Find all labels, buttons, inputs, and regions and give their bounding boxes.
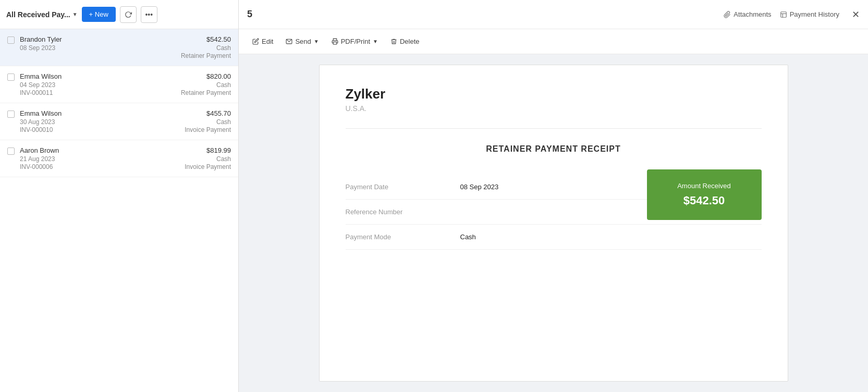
item-name: Emma Wilson [20,109,179,117]
payment-mode-label: Payment Mode [346,233,460,241]
refresh-icon [125,11,132,18]
new-button[interactable]: + New [82,7,116,22]
item-date: 30 Aug 2023 [20,118,179,126]
item-mode: Cash [185,118,231,126]
document-area: Zylker U.S.A. RETAINER PAYMENT RECEIPT A… [239,54,868,392]
payment-mode-row: Payment Mode Cash [346,225,762,250]
record-number: 5 [247,9,724,20]
item-mode: Cash [181,44,231,52]
send-chevron-icon: ▼ [314,39,319,44]
item-content: Aaron Brown 21 Aug 2023 INV-000006 [20,146,179,170]
pdf-print-button[interactable]: PDF/Print ▼ [326,34,383,48]
item-type: Invoice Payment [185,163,231,170]
delete-label: Delete [400,38,420,45]
item-checkbox[interactable] [7,111,15,118]
item-name: Brandon Tyler [20,35,176,43]
item-amount: $542.50 [181,35,231,43]
print-icon [332,38,338,45]
item-content: Emma Wilson 04 Sep 2023 INV-000011 [20,72,176,96]
item-name: Aaron Brown [20,146,179,154]
fields-section: Amount Received $542.50 Payment Date 08 … [346,175,762,250]
history-icon [780,11,787,18]
paperclip-icon [724,11,731,18]
chevron-down-icon: ▼ [72,11,78,17]
svg-rect-4 [333,42,337,44]
item-checkbox[interactable] [7,148,15,155]
list-item[interactable]: Emma Wilson 04 Sep 2023 INV-000011 $820.… [0,66,238,103]
left-panel: All Received Pay... ▼ + New ••• Brandon … [0,0,239,392]
amount-box-value: $542.50 [657,194,751,207]
list-item[interactable]: Emma Wilson 30 Aug 2023 INV-000010 $455.… [0,103,238,140]
attachments-label: Attachments [733,10,771,18]
item-date: 08 Sep 2023 [20,44,176,52]
item-type: Retainer Payment [181,89,231,96]
svg-rect-0 [780,11,786,17]
edit-icon [252,38,259,45]
item-amount: $820.00 [181,72,231,80]
item-ref: INV-000006 [20,163,179,170]
item-right: $820.00 Cash Retainer Payment [181,72,231,96]
payment-date-label: Payment Date [346,183,460,191]
doc-divider [346,128,762,129]
payment-history-button[interactable]: Payment History [780,10,839,18]
item-type: Invoice Payment [185,126,231,133]
payment-history-label: Payment History [790,10,839,18]
item-amount: $819.99 [185,146,231,154]
item-checkbox[interactable] [7,74,15,81]
delete-button[interactable]: Delete [385,34,425,48]
item-content: Emma Wilson 30 Aug 2023 INV-000010 [20,109,179,133]
header-actions: Attachments Payment History ✕ [724,9,860,20]
view-dropdown-label: All Received Pay... [6,10,70,19]
list-item[interactable]: Aaron Brown 21 Aug 2023 INV-000006 $819.… [0,140,238,177]
more-options-button[interactable]: ••• [141,6,157,23]
attachments-button[interactable]: Attachments [724,10,771,18]
item-content: Brandon Tyler 08 Sep 2023 [20,35,176,52]
payment-mode-value: Cash [460,233,762,241]
refresh-button[interactable] [120,6,137,23]
trash-icon [390,38,397,45]
right-header: 5 Attachments Payment History ✕ [239,0,868,29]
payments-list: Brandon Tyler 08 Sep 2023 $542.50 Cash R… [0,29,238,392]
item-checkbox[interactable] [7,36,15,44]
left-header: All Received Pay... ▼ + New ••• [0,0,238,29]
close-button[interactable]: ✕ [852,9,860,20]
item-type: Retainer Payment [181,52,231,59]
pdf-print-label: PDF/Print [341,38,370,45]
reference-number-label: Reference Number [346,208,460,216]
edit-label: Edit [262,38,273,45]
item-date: 21 Aug 2023 [20,155,179,163]
send-button[interactable]: Send ▼ [280,34,324,48]
send-label: Send [295,38,311,45]
document: Zylker U.S.A. RETAINER PAYMENT RECEIPT A… [319,65,788,382]
send-icon [286,38,292,45]
view-dropdown[interactable]: All Received Pay... ▼ [6,10,78,19]
receipt-title: RETAINER PAYMENT RECEIPT [346,144,762,154]
item-right: $455.70 Cash Invoice Payment [185,109,231,133]
item-right: $542.50 Cash Retainer Payment [181,35,231,59]
item-ref: INV-000010 [20,126,179,133]
amount-box-label: Amount Received [657,182,751,190]
right-panel: 5 Attachments Payment History ✕ [239,0,868,392]
item-right: $819.99 Cash Invoice Payment [185,146,231,170]
company-name: Zylker [346,86,762,102]
pdf-print-chevron-icon: ▼ [373,39,378,44]
item-date: 04 Sep 2023 [20,81,176,89]
amount-box: Amount Received $542.50 [647,169,762,220]
edit-button[interactable]: Edit [247,34,278,48]
list-item[interactable]: Brandon Tyler 08 Sep 2023 $542.50 Cash R… [0,29,238,66]
company-country: U.S.A. [346,104,762,113]
ellipsis-icon: ••• [145,10,153,19]
item-mode: Cash [181,81,231,89]
item-ref: INV-000011 [20,89,176,96]
item-amount: $455.70 [185,109,231,117]
item-name: Emma Wilson [20,72,176,80]
toolbar: Edit Send ▼ PDF/Print ▼ De [239,29,868,54]
item-mode: Cash [185,155,231,163]
